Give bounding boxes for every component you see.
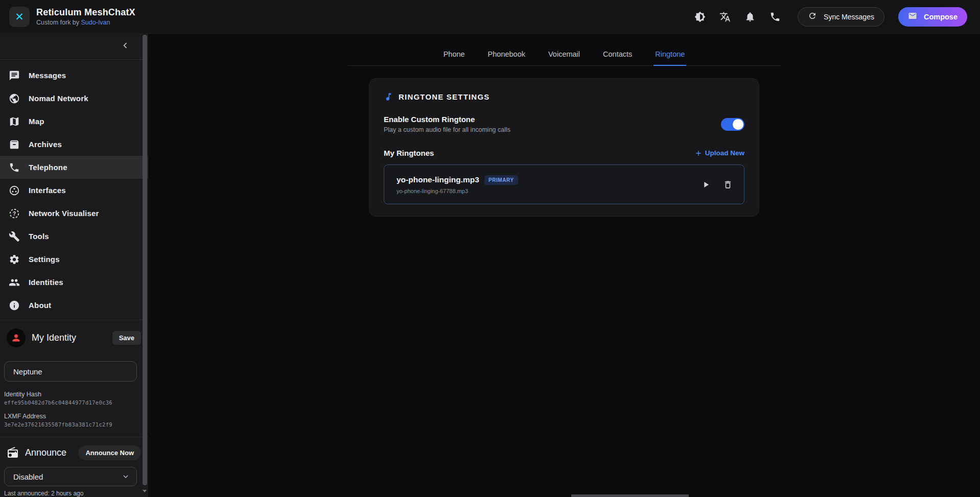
tab-ringtone[interactable]: Ringtone — [654, 45, 686, 66]
phone-icon — [9, 162, 20, 173]
sidebar-item-label: Settings — [29, 255, 60, 264]
refresh-icon — [808, 11, 819, 22]
identity-hash-label: Identity Hash — [4, 391, 148, 398]
translate-icon[interactable] — [719, 11, 731, 22]
subtitle-text: Custom fork by — [36, 19, 81, 26]
ringtone-name: yo-phone-linging.mp3 — [396, 175, 479, 184]
tab-phone[interactable]: Phone — [442, 45, 466, 65]
sidebar-divider — [0, 320, 148, 320]
plus-icon — [694, 149, 703, 157]
sidebar-nav: MessagesNomad NetworkMapArchivesTelephon… — [0, 60, 148, 317]
enable-custom-ringtone-description: Play a custom audio file for all incomin… — [384, 126, 510, 133]
music-note-icon — [384, 92, 393, 102]
sidebar-item-telephone[interactable]: Telephone — [0, 156, 148, 179]
radio-icon — [7, 446, 19, 459]
announce-interval-select[interactable]: Disabled — [4, 467, 137, 486]
tab-contacts[interactable]: Contacts — [601, 45, 634, 65]
globe-icon — [9, 93, 20, 104]
sidebar-item-identities[interactable]: Identities — [0, 271, 148, 294]
lxmf-address-value: 3e7e2e37621635587fb83a381c71c2f9 — [4, 421, 148, 428]
wrench-icon — [9, 231, 20, 242]
ringtone-filename: yo-phone-linging-67788.mp3 — [396, 188, 518, 194]
sidebar-item-label: Nomad Network — [29, 94, 88, 103]
app-subtitle: Custom fork by Sudo-Ivan — [36, 19, 135, 26]
announce-title: Announce — [25, 447, 78, 458]
my-identity-title: My Identity — [32, 333, 112, 343]
avatar — [7, 328, 26, 347]
identity-name-input[interactable] — [4, 361, 137, 382]
sidebar-item-label: Map — [29, 117, 44, 126]
app-title: Reticulum MeshChatX — [36, 7, 135, 18]
telephone-tabs: PhonePhonebookVoicemailContactsRingtone — [348, 45, 781, 66]
info-icon — [9, 300, 20, 311]
ringtone-settings-card: RINGTONE SETTINGS Enable Custom Ringtone… — [369, 78, 759, 217]
sync-messages-label: Sync Messages — [824, 13, 874, 21]
sidebar-collapse-button[interactable] — [120, 40, 133, 53]
sidebar-divider — [0, 437, 148, 437]
mail-icon — [908, 11, 919, 22]
upload-new-button[interactable]: Upload New — [694, 149, 744, 157]
compose-label: Compose — [924, 13, 958, 21]
sidebar-item-interfaces[interactable]: Interfaces — [0, 179, 148, 202]
sidebar-item-label: Tools — [29, 232, 49, 241]
enable-custom-ringtone-toggle[interactable] — [721, 118, 744, 131]
gear-icon — [9, 254, 20, 265]
enable-custom-ringtone-label: Enable Custom Ringtone — [384, 115, 510, 124]
sync-messages-button[interactable]: Sync Messages — [798, 7, 884, 27]
select-value: Disabled — [13, 472, 43, 481]
play-icon[interactable] — [701, 180, 711, 190]
sidebar-item-label: Archives — [29, 140, 62, 149]
phone-icon[interactable] — [769, 11, 781, 22]
announce-now-button[interactable]: Announce Now — [78, 445, 141, 460]
main-content: PhonePhonebookVoicemailContactsRingtone … — [148, 34, 980, 497]
tab-voicemail[interactable]: Voicemail — [547, 45, 581, 65]
sidebar-item-settings[interactable]: Settings — [0, 248, 148, 271]
author-link[interactable]: Sudo-Ivan — [81, 19, 110, 26]
identity-hash-value: effe95b0482d7b6c04844977d17e0c36 — [4, 399, 148, 406]
bell-icon[interactable] — [744, 11, 756, 22]
scrollbar-down-arrow[interactable] — [143, 490, 147, 492]
sidebar-item-archives[interactable]: Archives — [0, 133, 148, 156]
sidebar-item-network-visualiser[interactable]: ?Network Visualiser — [0, 202, 148, 225]
upload-new-label: Upload New — [705, 149, 744, 157]
sidebar-item-label: Identities — [29, 278, 63, 287]
network-icon: ? — [9, 208, 20, 219]
sidebar-item-label: Messages — [29, 71, 66, 80]
people-icon — [9, 277, 20, 288]
sidebar-item-label: About — [29, 301, 51, 310]
hub-icon — [9, 185, 20, 196]
ringtone-settings-title: RINGTONE SETTINGS — [399, 92, 489, 101]
tab-phonebook[interactable]: Phonebook — [486, 45, 527, 65]
sidebar-item-about[interactable]: About — [0, 294, 148, 317]
ringtone-list: yo-phone-linging.mp3PRIMARYyo-phone-ling… — [384, 164, 744, 204]
svg-text:?: ? — [13, 210, 16, 216]
brightness-icon[interactable] — [694, 11, 706, 22]
sidebar-item-label: Network Visualiser — [29, 209, 99, 218]
compose-button[interactable]: Compose — [898, 7, 967, 27]
archive-icon — [9, 139, 20, 150]
save-button[interactable]: Save — [112, 331, 141, 345]
sidebar: MessagesNomad NetworkMapArchivesTelephon… — [0, 34, 148, 497]
ringtone-item: yo-phone-linging.mp3PRIMARYyo-phone-ling… — [384, 164, 744, 204]
chat-icon — [9, 70, 20, 81]
chevron-down-icon — [121, 472, 130, 481]
lxmf-address-label: LXMF Address — [4, 413, 148, 420]
sidebar-item-messages[interactable]: Messages — [0, 64, 148, 87]
map-icon — [9, 116, 20, 127]
primary-badge: PRIMARY — [484, 175, 518, 185]
sidebar-item-map[interactable]: Map — [0, 110, 148, 133]
sidebar-item-label: Telephone — [29, 163, 67, 172]
logo-x-icon: ✕ — [15, 11, 24, 23]
toggle-knob — [733, 119, 743, 130]
app-logo[interactable]: ✕ — [9, 7, 30, 27]
trash-icon[interactable] — [723, 180, 733, 190]
horizontal-scrollbar[interactable] — [571, 494, 689, 497]
sidebar-scrollbar[interactable] — [143, 35, 147, 485]
sidebar-item-tools[interactable]: Tools — [0, 225, 148, 248]
my-ringtones-label: My Ringtones — [384, 149, 434, 157]
sidebar-item-nomad-network[interactable]: Nomad Network — [0, 87, 148, 110]
app-header: ✕ Reticulum MeshChatX Custom fork by Sud… — [0, 0, 980, 34]
sidebar-item-label: Interfaces — [29, 186, 66, 195]
last-announced-text: Last announced: 2 hours ago — [4, 490, 148, 497]
